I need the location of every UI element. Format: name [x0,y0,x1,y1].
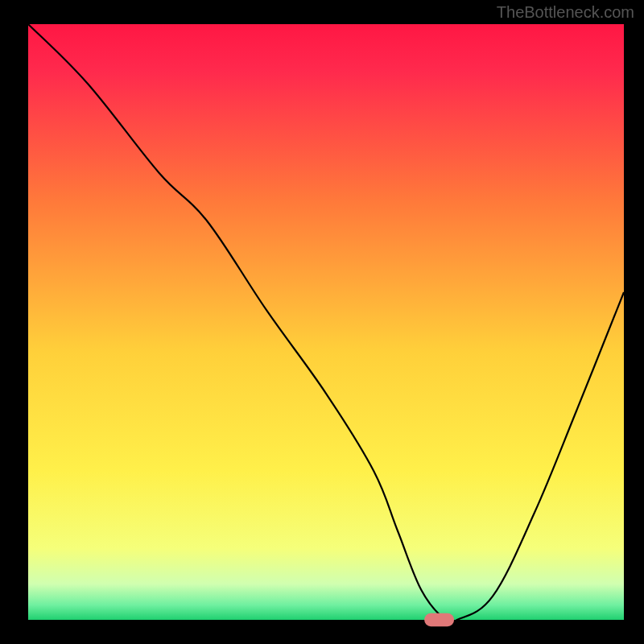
watermark-text: TheBottleneck.com [497,3,634,22]
optimal-marker [424,613,454,626]
plot-background [28,24,624,620]
bottleneck-chart [0,0,644,644]
